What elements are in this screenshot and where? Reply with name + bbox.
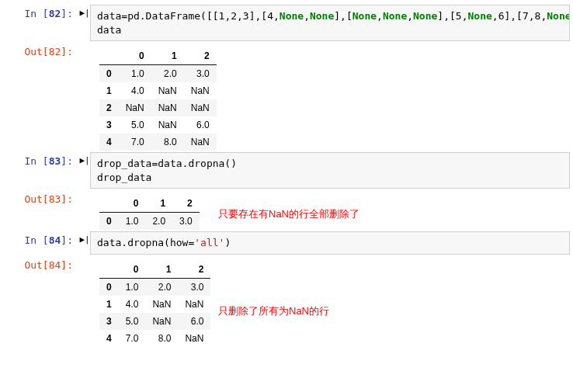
output-cell: Out[84]:01201.02.03.014.0NaNNaN35.0NaN6.…	[3, 256, 570, 347]
input-cell: In [83]:▶|drop_data=data.dropna() drop_d…	[3, 152, 570, 189]
code-input[interactable]: data.dropna(how='all')	[90, 231, 570, 255]
df-cell: NaN	[145, 296, 178, 313]
df-cell: 6.0	[178, 313, 210, 330]
df-row-header: 1	[99, 296, 119, 313]
code-token: pd.DataFrame([[	[127, 10, 218, 22]
code-token: 5	[456, 10, 462, 22]
table-row: 35.0NaN6.0	[99, 116, 217, 134]
code-token: data	[97, 24, 121, 36]
code-token: 3	[243, 10, 249, 22]
output-area: 01201.02.03.014.0NaNNaN35.0NaN6.047.08.0…	[90, 256, 570, 347]
table-row: 14.0NaNNaN	[99, 82, 217, 99]
df-row-header: 2	[99, 99, 119, 116]
code-input[interactable]: drop_data=data.dropna() drop_data	[90, 152, 570, 189]
df-cell: NaN	[184, 134, 217, 151]
run-button-col: ▶|	[79, 152, 90, 165]
out-prompt: Out[83]:	[3, 190, 79, 208]
code-token: data.dropna()	[158, 158, 237, 169]
code-token: ],[	[437, 10, 455, 22]
dataframe-table: 01201.02.03.014.0NaNNaN2NaNNaNNaN35.0NaN…	[99, 47, 217, 151]
code-token: 2	[231, 10, 237, 22]
run-button-col: ▶|	[79, 231, 90, 244]
output-cell: Out[83]:01201.02.03.0只要存在有NaN的行全部删除了	[3, 190, 570, 230]
code-token: None	[352, 10, 377, 22]
output-cell: Out[82]:01201.02.03.014.0NaNNaN2NaNNaNNa…	[3, 43, 570, 151]
code-token: None	[413, 10, 437, 22]
df-cell: 3.0	[172, 213, 200, 231]
code-token: ,	[377, 10, 383, 22]
code-token: ,	[529, 10, 535, 22]
df-row-header: 0	[99, 65, 119, 83]
input-cell: In [82]:▶|data=pd.DataFrame([[1,2,3],[4,…	[3, 5, 570, 41]
df-cell: 1.0	[119, 213, 146, 231]
output-area: 01201.02.03.014.0NaNNaN2NaNNaNNaN35.0NaN…	[90, 43, 570, 151]
df-cell: 3.0	[184, 65, 217, 83]
df-row-header: 0	[99, 213, 119, 231]
df-cell: 2.0	[151, 65, 184, 83]
code-token: ],[	[504, 10, 522, 22]
output-area: 01201.02.03.0只要存在有NaN的行全部删除了	[90, 190, 570, 230]
code-token: None	[468, 10, 492, 22]
df-cell: 4.0	[119, 296, 146, 313]
df-cell: NaN	[119, 99, 151, 116]
out-prompt: Out[84]:	[3, 256, 79, 274]
df-cell: 3.0	[178, 278, 210, 296]
df-cell: 7.0	[119, 330, 146, 347]
annotation-text: 只删除了所有为NaN的行	[218, 304, 329, 318]
code-token: ,	[273, 10, 280, 22]
df-cell: NaN	[184, 82, 217, 99]
input-cell: In [84]:▶|data.dropna(how='all')	[3, 231, 570, 255]
df-cell: 2.0	[145, 213, 172, 231]
df-cell: 8.0	[151, 134, 184, 151]
df-row-header: 4	[99, 330, 119, 347]
code-token: ,	[492, 10, 498, 22]
table-row: 47.08.0NaN	[99, 134, 217, 151]
df-cell: 6.0	[184, 116, 217, 134]
df-col-header: 0	[119, 47, 151, 65]
df-row-header: 3	[99, 116, 119, 134]
in-prompt: In [84]:	[3, 231, 79, 249]
code-token: )	[224, 237, 231, 248]
code-token: ],[	[334, 10, 352, 22]
df-col-header: 1	[145, 261, 178, 279]
df-cell: 8.0	[145, 330, 178, 347]
table-row: 01.02.03.0	[99, 213, 200, 231]
table-row: 2NaNNaNNaN	[99, 99, 217, 116]
df-cell: NaN	[184, 99, 217, 116]
run-cell-icon[interactable]: ▶|	[79, 156, 89, 165]
code-token: ,	[237, 10, 243, 22]
df-row-header: 3	[99, 313, 119, 330]
code-token: drop_data	[97, 158, 151, 169]
code-token: ],[	[249, 10, 267, 22]
code-token: =	[121, 10, 127, 22]
code-token: None	[547, 10, 570, 22]
df-row-header: 0	[99, 278, 119, 296]
dataframe-table: 01201.02.03.0	[99, 195, 200, 230]
df-cell: NaN	[151, 116, 184, 134]
code-input[interactable]: data=pd.DataFrame([[1,2,3],[4,None,None]…	[90, 5, 570, 41]
df-col-header: 0	[119, 195, 146, 213]
table-row: 01.02.03.0	[99, 278, 210, 296]
df-cell: 4.0	[119, 82, 151, 99]
df-cell: NaN	[151, 82, 184, 99]
out-prompt: Out[82]:	[3, 43, 79, 61]
code-token: 4	[267, 10, 273, 22]
df-cell: 5.0	[119, 116, 151, 134]
run-cell-icon[interactable]: ▶|	[79, 9, 89, 17]
in-prompt: In [83]:	[3, 152, 79, 170]
annotation-text: 只要存在有NaN的行全部删除了	[218, 207, 359, 221]
df-cell: 5.0	[119, 313, 146, 330]
df-col-header: 2	[178, 261, 210, 279]
df-col-header: 1	[145, 195, 172, 213]
df-cell: NaN	[178, 296, 210, 313]
run-cell-icon[interactable]: ▶|	[79, 235, 89, 244]
code-token: data.dropna(how	[97, 237, 188, 248]
df-col-header: 0	[119, 261, 146, 279]
code-token: None	[280, 10, 304, 22]
df-col-header: 1	[151, 47, 184, 65]
code-token: ,	[407, 10, 413, 22]
code-token: ,	[304, 10, 310, 22]
code-token: drop_data	[97, 172, 151, 183]
df-cell: 7.0	[119, 134, 151, 151]
code-token: ,	[462, 10, 468, 22]
